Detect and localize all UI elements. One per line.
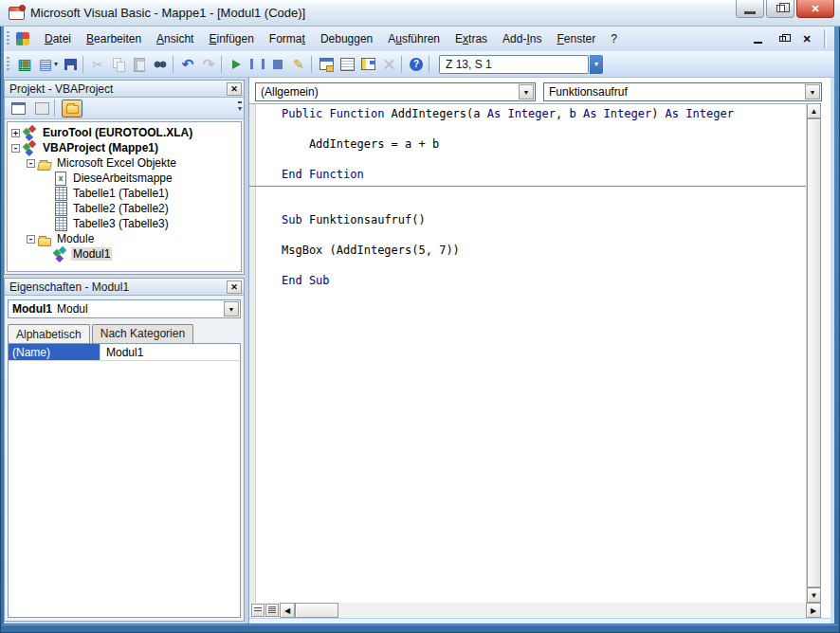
tab-nach-kategorien[interactable]: Nach Kategorien <box>92 324 193 343</box>
code-line[interactable] <box>257 152 806 167</box>
tree-item[interactable]: -Module <box>8 231 241 246</box>
collapse-icon[interactable]: - <box>27 235 35 244</box>
code-line[interactable]: Sub Funktionsaufruf() <box>257 212 806 227</box>
code-line[interactable] <box>257 258 806 273</box>
tree-item-label[interactable]: Module <box>55 232 96 245</box>
project-explorer-button[interactable] <box>317 55 336 74</box>
insert-userform-button[interactable] <box>36 55 55 74</box>
minimize-button[interactable] <box>736 0 764 18</box>
tree-item[interactable]: -Microsoft Excel Objekte <box>8 155 241 171</box>
tree-item[interactable]: DieseArbeitsmappe <box>8 171 241 186</box>
tree-item-label[interactable]: VBAProject (Mappe1) <box>41 141 160 154</box>
scroll-right-button[interactable]: ▶ <box>806 603 821 618</box>
object-selector-combo[interactable]: Modul1 Modul ▼ <box>8 299 241 318</box>
object-dropdown-button[interactable]: ▼ <box>519 84 534 99</box>
menu-addins[interactable]: Add-Ins <box>495 28 549 49</box>
tree-item-label[interactable]: Tabelle2 (Tabelle2) <box>71 202 171 215</box>
tree-item-label[interactable]: Microsoft Excel Objekte <box>55 156 178 170</box>
menu-ansicht[interactable]: Ansicht <box>149 28 201 49</box>
mdi-minimize-button[interactable] <box>750 32 765 45</box>
code-line[interactable]: AddIntegers = a + b <box>257 136 806 152</box>
design-mode-button[interactable] <box>289 55 308 74</box>
code-line[interactable]: End Function <box>257 167 806 182</box>
copy-button[interactable] <box>109 55 128 74</box>
save-button[interactable] <box>61 55 80 74</box>
scroll-left-button[interactable]: ◀ <box>280 603 295 618</box>
object-browser-button[interactable] <box>358 55 377 74</box>
properties-panel-header[interactable]: Eigenschaften - Modul1 ✕ <box>5 279 244 296</box>
tab-alphabetisch[interactable]: Alphabetisch <box>8 324 90 343</box>
find-button[interactable] <box>151 55 170 74</box>
horizontal-scrollbar[interactable]: ◀ ▶ <box>280 603 821 618</box>
collapse-icon[interactable]: - <box>27 159 35 168</box>
menu-?[interactable]: ? <box>603 28 625 49</box>
code-line[interactable] <box>257 121 806 136</box>
toolbar-grip[interactable] <box>7 57 9 72</box>
tree-item[interactable]: Tabelle1 (Tabelle1) <box>8 186 241 201</box>
paste-button[interactable] <box>130 55 149 74</box>
tree-item[interactable]: Tabelle2 (Tabelle2) <box>8 201 241 216</box>
undo-button[interactable] <box>178 55 197 74</box>
code-line[interactable]: End Sub <box>257 273 806 288</box>
tree-item[interactable]: -VBAProject (Mappe1) <box>8 140 241 155</box>
menu-debuggen[interactable]: Debuggen <box>313 28 380 49</box>
tree-item-label[interactable]: EuroTool (EUROTOOL.XLA) <box>41 126 194 139</box>
properties-window-button[interactable] <box>338 55 356 74</box>
tree-item-label[interactable]: Tabelle3 (Tabelle3) <box>71 217 171 230</box>
menu-bearbeiten[interactable]: Bearbeiten <box>79 28 149 49</box>
horizontal-scrollbar-thumb[interactable] <box>295 603 338 618</box>
redo-button[interactable] <box>199 55 218 74</box>
procedure-dropdown-button[interactable]: ▼ <box>805 84 820 99</box>
close-button[interactable]: ✕ <box>796 0 834 18</box>
properties-panel-close-button[interactable]: ✕ <box>227 280 242 294</box>
combo-dropdown-button[interactable]: ▼ <box>224 301 239 316</box>
code-line[interactable] <box>257 197 806 212</box>
tree-item[interactable]: Tabelle3 (Tabelle3) <box>8 216 241 231</box>
collapse-icon[interactable]: - <box>11 144 20 153</box>
margin-indicator-bar[interactable] <box>249 104 256 603</box>
code-editor[interactable]: Public Function AddIntegers(a As Integer… <box>249 103 806 603</box>
tree-item[interactable]: Modul1 <box>8 246 241 262</box>
toggle-folders-button[interactable] <box>62 99 82 118</box>
scroll-down-button[interactable]: ▼ <box>807 588 821 603</box>
menu-fenster[interactable]: Fenster <box>549 28 603 49</box>
project-panel-header[interactable]: Projekt - VBAProject ✕ <box>5 81 244 98</box>
vertical-scrollbar-thumb[interactable] <box>807 118 821 588</box>
procedure-dropdown[interactable]: Funktionsaufruf ▼ <box>543 82 822 101</box>
expand-icon[interactable]: + <box>11 129 20 137</box>
object-dropdown[interactable]: (Allgemein) ▼ <box>255 82 536 101</box>
menu-datei[interactable]: Datei <box>37 28 79 49</box>
tree-item-label[interactable]: Modul1 <box>71 247 112 261</box>
title-bar[interactable]: Microsoft Visual Basic - Mappe1 - [Modul… <box>0 0 840 27</box>
run-button[interactable] <box>227 55 246 74</box>
procedure-view-button[interactable] <box>251 604 265 617</box>
property-row[interactable]: (Name) Modul1 <box>9 344 240 361</box>
project-panel-close-button[interactable]: ✕ <box>227 82 242 96</box>
full-module-view-button[interactable] <box>265 604 279 617</box>
view-excel-button[interactable] <box>15 55 34 74</box>
menu-ausfhren[interactable]: Ausführen <box>380 28 447 49</box>
vertical-scrollbar[interactable]: ▲ ▼ <box>806 103 821 603</box>
mdi-restore-button[interactable] <box>775 32 790 45</box>
code-line[interactable] <box>257 227 806 243</box>
reset-button[interactable] <box>268 55 287 74</box>
code-line[interactable]: MsgBox (AddIntegers(5, 7)) <box>257 243 806 258</box>
menubar-grip[interactable] <box>7 31 9 46</box>
restore-button[interactable] <box>766 0 794 18</box>
tree-item[interactable]: +EuroTool (EUROTOOL.XLA) <box>8 125 241 140</box>
project-toolbar-overflow[interactable]: ▾ <box>238 101 242 113</box>
code-line[interactable]: Public Function AddIntegers(a As Integer… <box>257 106 806 121</box>
property-name-cell[interactable]: (Name) <box>9 344 100 360</box>
view-object-button[interactable] <box>31 99 52 118</box>
toolbar-overflow-button[interactable]: ▾ <box>590 55 603 74</box>
help-button[interactable] <box>407 55 426 74</box>
property-value-cell[interactable]: Modul1 <box>100 344 240 360</box>
menu-format[interactable]: Format <box>262 28 313 49</box>
menu-extras[interactable]: Extras <box>447 28 495 49</box>
scroll-up-button[interactable]: ▲ <box>807 103 821 118</box>
break-button[interactable] <box>247 55 266 74</box>
toolbox-button[interactable] <box>379 55 398 74</box>
cut-button[interactable] <box>88 55 107 74</box>
project-tree[interactable]: +EuroTool (EUROTOOL.XLA)-VBAProject (Map… <box>7 121 242 272</box>
view-code-button[interactable] <box>8 99 28 118</box>
